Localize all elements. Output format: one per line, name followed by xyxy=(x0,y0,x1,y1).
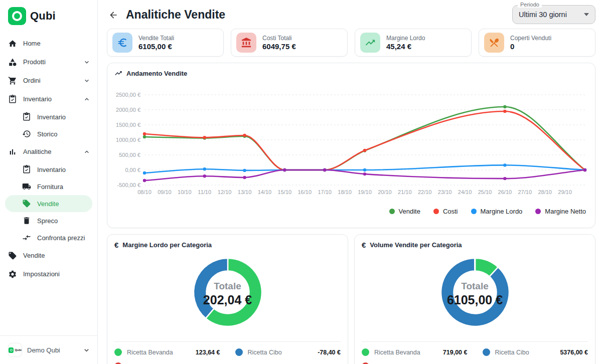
chevron-down-icon xyxy=(84,60,89,65)
chevron-down-icon xyxy=(84,347,89,353)
sidebar-item-storico[interactable]: Storico xyxy=(0,125,97,142)
legend-item-margine-netto[interactable]: Margine Netto xyxy=(535,208,586,215)
bar-chart-icon xyxy=(8,147,17,156)
workspace-avatar: Qubi xyxy=(8,343,22,357)
sidebar-item-analitiche[interactable]: Analitiche xyxy=(0,142,97,161)
utensils-icon xyxy=(484,33,504,53)
legend-item-costi[interactable]: Costi xyxy=(433,208,458,215)
svg-text:09/10: 09/10 xyxy=(158,189,172,195)
sidebar-item-home[interactable]: Home xyxy=(0,34,97,53)
svg-text:08/10: 08/10 xyxy=(137,189,152,195)
gear-icon xyxy=(8,270,17,279)
sidebar-item-ordini[interactable]: Ordini xyxy=(0,71,97,90)
svg-text:12/10: 12/10 xyxy=(218,189,232,195)
kpi-value: 0 xyxy=(510,42,551,51)
donut-row: € Margine Lordo per Categoria Totale 202… xyxy=(107,234,595,364)
donut-total-value: 6105,00 € xyxy=(447,293,503,307)
kpi-card-costi-totali: Costi Totali 6049,75 € xyxy=(231,29,348,57)
history-icon xyxy=(22,129,31,138)
sidebar-item-confronta-prezzi[interactable]: Confronta prezzi xyxy=(0,229,97,246)
svg-text:20/10: 20/10 xyxy=(378,189,392,195)
chevron-down-icon xyxy=(84,78,89,83)
home-icon xyxy=(8,39,17,48)
svg-text:24/10: 24/10 xyxy=(458,189,472,195)
svg-text:10/10: 10/10 xyxy=(178,189,192,195)
sidebar-item-analitiche-inventario[interactable]: Inventario xyxy=(0,161,97,178)
trend-chart-card: Andamento Vendite 2500,00 €2000,00 €1500… xyxy=(107,63,595,228)
period-select-label: Periodo xyxy=(518,2,542,8)
svg-text:22/10: 22/10 xyxy=(418,189,432,195)
products-icon xyxy=(8,58,17,67)
volume-vendite-categoria-card: € Volume Vendite per Categoria Totale 61… xyxy=(354,234,595,364)
trash-icon xyxy=(22,216,31,225)
svg-text:-500,00 €: -500,00 € xyxy=(117,182,140,188)
sidebar-item-fornitura[interactable]: Fornitura xyxy=(0,178,97,195)
svg-text:17/10: 17/10 xyxy=(318,189,332,195)
svg-text:13/10: 13/10 xyxy=(238,189,252,195)
back-button[interactable] xyxy=(107,9,120,22)
kpi-card-coperti-venduti: Coperti Venduti 0 xyxy=(479,29,595,57)
sidebar-item-vendite-analitiche[interactable]: Vendite xyxy=(5,195,92,212)
svg-text:0,00 €: 0,00 € xyxy=(125,167,140,173)
line-chart-legend: Vendite Costi Margine Lordo Margine Nett… xyxy=(114,208,588,215)
svg-text:15/10: 15/10 xyxy=(278,189,292,195)
period-select-value: Ultimi 30 giorni xyxy=(519,11,567,19)
kpi-value: 45,24 € xyxy=(386,42,425,51)
sidebar-item-inventario-sub[interactable]: Inventario xyxy=(0,108,97,125)
clipboard-icon xyxy=(22,112,31,121)
brand-name: Qubi xyxy=(30,10,56,23)
svg-text:25/10: 25/10 xyxy=(478,189,492,195)
qubi-logo-icon xyxy=(8,7,26,25)
truck-icon xyxy=(22,182,31,191)
svg-text:18/10: 18/10 xyxy=(338,189,352,195)
legend-item-ricetta-bevanda: Ricetta Bevanda 719,00 € xyxy=(362,348,468,356)
kpi-card-margine-lordo: Margine Lordo 45,24 € xyxy=(355,29,472,57)
sidebar-item-spreco[interactable]: Spreco xyxy=(0,212,97,229)
workspace-switcher[interactable]: Qubi Demo Qubi xyxy=(0,335,97,364)
clipboard-icon xyxy=(22,165,31,174)
svg-text:27/10: 27/10 xyxy=(518,189,532,195)
sidebar-nav: Home Prodotti Ordini Inventario Inventar… xyxy=(0,30,97,335)
legend-item-vendite[interactable]: Vendite xyxy=(389,208,420,215)
page-title: Analitiche Vendite xyxy=(126,8,225,22)
tag-icon xyxy=(8,251,17,260)
svg-text:21/10: 21/10 xyxy=(398,189,412,195)
donut-card-header: € Margine Lordo per Categoria xyxy=(114,241,341,249)
chevron-up-icon xyxy=(84,149,89,154)
legend-item-ricetta-bevanda: Ricetta Bevanda 123,64 € xyxy=(114,348,220,356)
sidebar-item-prodotti[interactable]: Prodotti xyxy=(0,53,97,71)
sidebar-item-impostazioni[interactable]: Impostazioni xyxy=(0,265,97,283)
line-chart[interactable]: 2500,00 €2000,00 €1500,00 €1000,00 €500,… xyxy=(114,84,588,204)
euro-icon: € xyxy=(362,241,366,249)
period-select[interactable]: Periodo Ultimi 30 giorni xyxy=(512,5,595,24)
legend-item-margine-lordo[interactable]: Margine Lordo xyxy=(471,208,523,215)
kpi-value: 6105,00 € xyxy=(138,42,174,51)
sidebar: Qubi Home Prodotti Ordini Inventario xyxy=(0,0,98,364)
svg-text:28/10: 28/10 xyxy=(538,189,552,195)
main-content: Analitiche Vendite Periodo Ultimi 30 gio… xyxy=(98,0,602,364)
svg-text:23/10: 23/10 xyxy=(438,189,452,195)
app-window: Qubi Home Prodotti Ordini Inventario xyxy=(0,0,602,364)
sidebar-item-vendite[interactable]: Vendite xyxy=(0,246,97,265)
donut-total-value: 202,04 € xyxy=(203,293,252,307)
donut-chart-volume[interactable]: Totale 6105,00 € xyxy=(362,251,588,336)
euro-icon xyxy=(112,33,132,53)
clipboard-icon xyxy=(8,95,17,104)
tag-icon xyxy=(22,199,31,208)
donut-legend: Ricetta Bevanda 719,00 € Ricetta Cibo 53… xyxy=(362,342,588,364)
svg-text:29/10: 29/10 xyxy=(558,189,572,195)
donut-chart-margine[interactable]: Totale 202,04 € xyxy=(114,251,341,336)
donut-total-label: Totale xyxy=(203,281,252,292)
trend-up-icon xyxy=(360,33,380,53)
chevron-down-icon xyxy=(584,13,589,16)
arrow-left-icon xyxy=(108,10,118,20)
svg-text:19/10: 19/10 xyxy=(358,189,372,195)
sidebar-item-inventario[interactable]: Inventario xyxy=(0,90,97,108)
chevron-up-icon xyxy=(84,97,89,102)
trend-up-icon xyxy=(114,69,122,77)
brand: Qubi xyxy=(0,0,97,30)
kpi-value: 6049,75 € xyxy=(262,42,296,51)
svg-text:14/10: 14/10 xyxy=(258,189,272,195)
svg-text:16/10: 16/10 xyxy=(298,189,312,195)
svg-text:26/10: 26/10 xyxy=(498,189,512,195)
